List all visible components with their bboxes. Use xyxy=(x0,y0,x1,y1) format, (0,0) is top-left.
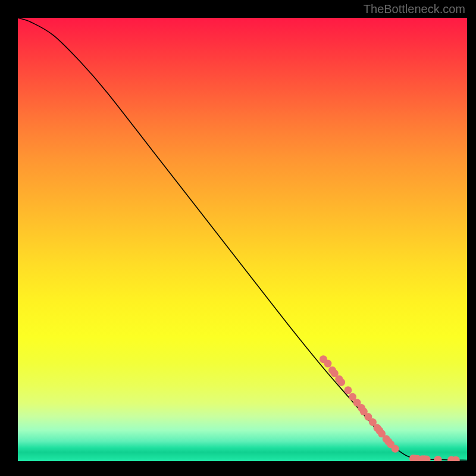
data-point xyxy=(344,386,352,394)
data-point xyxy=(324,360,331,368)
watermark-text: TheBottleneck.com xyxy=(364,2,465,16)
data-point xyxy=(392,445,399,453)
plot-area xyxy=(18,18,467,461)
highlighted-points xyxy=(320,355,460,461)
chart-overlay xyxy=(18,18,467,461)
data-point xyxy=(337,378,345,386)
data-point xyxy=(434,456,441,461)
curve-line xyxy=(18,18,467,461)
